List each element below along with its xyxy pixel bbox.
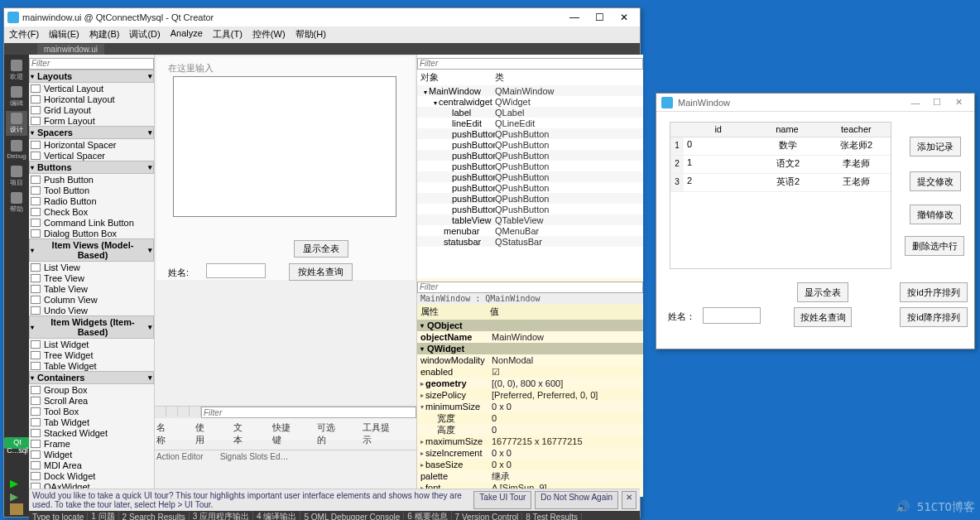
prop-row[interactable]: windowModalityNonModal xyxy=(417,354,643,366)
object-row[interactable]: pushButton_5QPushButton xyxy=(417,171,643,182)
object-row[interactable]: statusbarQStatusBar xyxy=(417,236,643,247)
run-icon[interactable]: ▶ xyxy=(10,477,23,489)
submit-button[interactable]: 提交修改 xyxy=(910,171,961,191)
widget-stacked-widget[interactable]: Stacked Widget xyxy=(29,427,154,438)
output-pane-tab[interactable]: Type to locate xyxy=(29,513,88,521)
menu-item[interactable]: 调试(D) xyxy=(124,26,165,43)
prop-row[interactable]: ▸baseSize0 x 0 xyxy=(417,459,643,470)
mode-设计[interactable]: 设计 xyxy=(6,111,27,136)
col-name[interactable]: name xyxy=(752,123,821,137)
widget-radio-button[interactable]: Radio Button xyxy=(29,195,154,206)
object-tree[interactable]: ▾MainWindowQMainWindow▾centralwidgetQWid… xyxy=(417,85,643,247)
object-row[interactable]: ▾centralwidgetQWidget xyxy=(417,96,643,107)
output-pane-tab[interactable]: 6 概要信息 xyxy=(404,511,451,520)
object-filter-input[interactable] xyxy=(417,58,643,70)
widget-mdi-area[interactable]: MDI Area xyxy=(29,460,154,470)
widget-tree-view[interactable]: Tree View xyxy=(29,272,154,283)
col-id[interactable]: id xyxy=(684,123,752,137)
menu-item[interactable]: 文件(F) xyxy=(4,26,44,43)
runtime-close-button[interactable]: ✕ xyxy=(948,97,969,108)
menu-item[interactable]: 构建(B) xyxy=(84,26,125,43)
widget-check-box[interactable]: Check Box xyxy=(29,206,154,217)
table-row[interactable]: 10数学张老师2 xyxy=(670,137,891,156)
widget-command-link-button[interactable]: Command Link Button xyxy=(29,217,154,228)
menu-item[interactable]: 控件(W) xyxy=(247,26,291,43)
prop-row[interactable]: enabled☑ xyxy=(417,366,643,378)
object-row[interactable]: pushButton_7QPushButton xyxy=(417,193,643,204)
widget-table-view[interactable]: Table View xyxy=(29,283,154,294)
col-teacher[interactable]: teacher xyxy=(822,123,891,137)
widget-vertical-layout[interactable]: Vertical Layout xyxy=(29,83,154,94)
menu-item[interactable]: 帮助(H) xyxy=(291,26,331,43)
widget-vertical-spacer[interactable]: Vertical Spacer xyxy=(29,150,154,161)
prop-row[interactable]: ▸sizeIncrement0 x 0 xyxy=(417,447,643,459)
object-row[interactable]: pushButton_2QPushButton xyxy=(417,139,643,150)
widget-frame[interactable]: Frame xyxy=(29,438,154,449)
action-tab[interactable]: Signals Slots Ed… xyxy=(220,452,289,461)
object-row[interactable]: pushButton_3QPushButton xyxy=(417,150,643,161)
object-row[interactable]: pushButton_6QPushButton xyxy=(417,182,643,193)
property-filter-input[interactable] xyxy=(417,282,643,293)
widgetbox-filter-input[interactable] xyxy=(29,58,154,70)
widget-tool-button[interactable]: Tool Button xyxy=(29,185,154,195)
tour-close-icon[interactable]: ✕ xyxy=(622,491,637,509)
category-Item Widgets (Item-Based)[interactable]: ▾Item Widgets (Item-Based)▾ xyxy=(29,315,154,339)
widget-tab-widget[interactable]: Tab Widget xyxy=(29,416,154,427)
object-row[interactable]: pushButton_4QPushButton xyxy=(417,161,643,171)
category-Buttons[interactable]: ▾Buttons▾ xyxy=(29,161,154,174)
add-record-button[interactable]: 添加记录 xyxy=(910,137,961,156)
object-row[interactable]: menubarQMenuBar xyxy=(417,225,643,236)
widget-dock-widget[interactable]: Dock Widget xyxy=(29,470,154,481)
widget-widget[interactable]: Widget xyxy=(29,449,154,460)
mode-项目[interactable]: 项目 xyxy=(6,164,27,189)
name-input[interactable] xyxy=(206,263,266,278)
object-row[interactable]: pushButtonQPushButton xyxy=(417,128,643,139)
mode-Debug[interactable]: Debug xyxy=(6,137,27,162)
paste-action-icon[interactable] xyxy=(178,407,190,416)
widget-grid-layout[interactable]: Grid Layout xyxy=(29,104,154,115)
output-pane-tab[interactable]: 4 编译输出 xyxy=(253,511,300,520)
delete-action-icon[interactable] xyxy=(190,407,201,416)
category-Spacers[interactable]: ▾Spacers▾ xyxy=(29,126,154,139)
mode-编辑[interactable]: 编辑 xyxy=(6,84,27,109)
category-Layouts[interactable]: ▾Layouts▾ xyxy=(29,70,154,83)
table-row[interactable]: 21语文2李老师 xyxy=(670,156,891,174)
category-Item Views (Model-Based)[interactable]: ▾Item Views (Model-Based)▾ xyxy=(29,238,154,262)
show-all-button[interactable]: 显示全表 xyxy=(294,240,348,258)
runtime-maximize-button[interactable]: ☐ xyxy=(926,97,948,108)
widget-table-widget[interactable]: Table Widget xyxy=(29,360,154,371)
take-tour-button[interactable]: Take UI Tour xyxy=(473,491,531,509)
desc-id-button[interactable]: 按id降序排列 xyxy=(900,307,968,327)
prop-row[interactable]: 宽度0 xyxy=(417,412,643,424)
kit-selector[interactable]: Qt C...sql xyxy=(4,437,31,449)
action-tab[interactable]: Action Editor xyxy=(156,452,204,461)
object-row[interactable]: lineEditQLineEdit xyxy=(417,118,643,128)
menu-item[interactable]: Analyze xyxy=(166,26,208,43)
showall-button[interactable]: 显示全表 xyxy=(797,282,848,302)
tableview-widget[interactable] xyxy=(173,76,396,217)
category-Containers[interactable]: ▾Containers▾ xyxy=(29,371,154,384)
prop-row[interactable]: ▸maximumSize16777215 x 16777215 xyxy=(417,436,643,447)
output-pane-tab[interactable]: 2 Search Results xyxy=(119,513,190,521)
output-pane-tab[interactable]: 3 应用程序输出 xyxy=(190,511,253,520)
revert-button[interactable]: 撤销修改 xyxy=(910,205,961,224)
widget-scroll-area[interactable]: Scroll Area xyxy=(29,395,154,406)
runtime-minimize-button[interactable]: — xyxy=(905,98,926,108)
minimize-button[interactable]: — xyxy=(562,12,587,23)
copy-action-icon[interactable] xyxy=(166,407,178,416)
object-row[interactable]: tableViewQTableView xyxy=(417,214,643,225)
widget-tool-box[interactable]: Tool Box xyxy=(29,406,154,416)
close-button[interactable]: ✕ xyxy=(612,12,637,23)
widget-form-layout[interactable]: Form Layout xyxy=(29,115,154,126)
widget-tree-widget[interactable]: Tree Widget xyxy=(29,349,154,360)
output-pane-tab[interactable]: 7 Version Control xyxy=(452,513,523,521)
widget-horizontal-layout[interactable]: Horizontal Layout xyxy=(29,94,154,104)
runtime-table[interactable]: id name teacher 10数学张老师221语文2李老师32英语2王老师 xyxy=(670,122,891,269)
new-action-icon[interactable] xyxy=(155,407,166,416)
menu-item[interactable]: 编辑(E) xyxy=(44,26,84,43)
widget-undo-view[interactable]: Undo View xyxy=(29,305,154,315)
prop-row[interactable]: 高度0 xyxy=(417,424,643,436)
file-tab[interactable]: mainwindow.ui xyxy=(37,44,104,55)
widget-group-box[interactable]: Group Box xyxy=(29,384,154,395)
output-pane-tab[interactable]: 1 问题 xyxy=(88,511,118,520)
